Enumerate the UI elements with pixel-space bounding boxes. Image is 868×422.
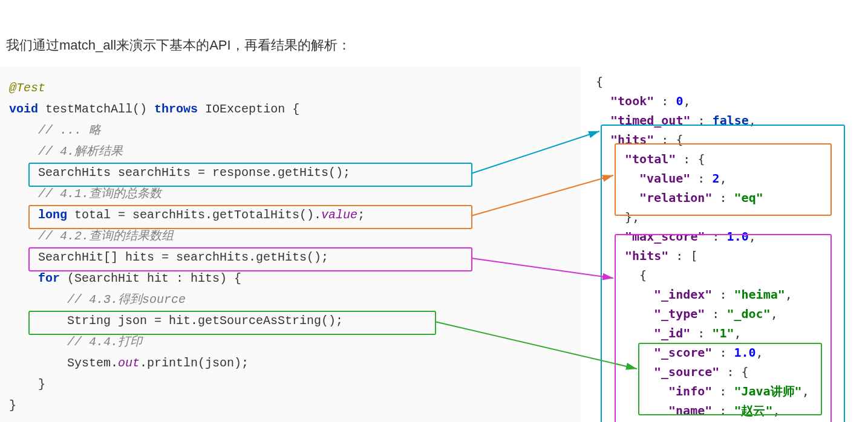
kw-long: long bbox=[38, 208, 67, 222]
json-info: "info" bbox=[668, 384, 712, 398]
json-maxscore: "max_score" bbox=[625, 229, 705, 244]
json-name: "name" bbox=[668, 403, 712, 418]
json-type: "_type" bbox=[654, 307, 705, 321]
json-total: "total" bbox=[625, 152, 676, 166]
kw-throws: throws bbox=[154, 102, 198, 116]
json-index: "_index" bbox=[654, 287, 712, 302]
fn-name: testMatchAll() bbox=[45, 102, 147, 116]
comment-skip: // ... 略 bbox=[38, 123, 101, 137]
json-source: "_source" bbox=[654, 365, 719, 379]
kw-for: for bbox=[38, 271, 60, 285]
json-info-v: "Java讲师" bbox=[734, 384, 801, 398]
field-value: value bbox=[321, 208, 357, 222]
exception-type: IOException bbox=[205, 102, 285, 116]
diagram-layout: @Test void testMatchAll() throws IOExcep… bbox=[0, 67, 868, 422]
json-value-v: 2 bbox=[712, 171, 719, 186]
line-json: String json = hit.getSourceAsString(); bbox=[67, 314, 343, 328]
field-out: out bbox=[118, 356, 140, 370]
annotation-test: @Test bbox=[9, 81, 45, 95]
json-id-v: "1" bbox=[712, 326, 734, 340]
json-name-v: "赵云" bbox=[734, 403, 772, 418]
json-value: "value" bbox=[639, 171, 690, 186]
json-hits: "hits" bbox=[610, 132, 654, 147]
json-relation: "relation" bbox=[639, 190, 712, 205]
json-id: "_id" bbox=[654, 326, 690, 340]
line-for-rest: (SearchHit hit : hits) { bbox=[60, 271, 241, 285]
java-code: @Test void testMatchAll() throws IOExcep… bbox=[0, 77, 581, 416]
comment-42: // 4.2.查询的结果数组 bbox=[38, 229, 174, 243]
java-code-block: @Test void testMatchAll() throws IOExcep… bbox=[0, 67, 581, 422]
line-print-a: System. bbox=[67, 356, 118, 370]
json-took-v: 0 bbox=[676, 94, 683, 108]
kw-void: void bbox=[9, 102, 38, 116]
intro-heading: 我们通过match_all来演示下基本的API，再看结果的解析： bbox=[0, 0, 868, 67]
json-took: "took" bbox=[610, 94, 654, 108]
line-hits-array: SearchHit[] hits = searchHits.getHits(); bbox=[38, 250, 328, 264]
comment-4: // 4.解析结果 bbox=[38, 144, 123, 158]
comment-44: // 4.4.打印 bbox=[67, 335, 142, 349]
line-gethits: SearchHits searchHits = response.getHits… bbox=[38, 166, 350, 180]
json-timedout: "timed_out" bbox=[610, 113, 690, 128]
line-print-b: .println(json); bbox=[140, 356, 249, 370]
line-total-a: total = searchHits.getTotalHits(). bbox=[67, 208, 321, 222]
json-response-block: { "took" : 0, "timed_out" : false, "hits… bbox=[581, 67, 850, 422]
json-score-v: 1.0 bbox=[734, 345, 755, 360]
json-timedout-v: false bbox=[713, 113, 749, 128]
json-type-v: "_doc" bbox=[726, 307, 770, 321]
comment-43: // 4.3.得到source bbox=[67, 293, 186, 307]
json-maxscore-v: 1.0 bbox=[727, 229, 749, 244]
json-index-v: "heima" bbox=[734, 287, 785, 302]
json-score: "_score" bbox=[654, 345, 712, 360]
comment-41: // 4.1.查询的总条数 bbox=[38, 187, 162, 201]
json-hits-inner: "hits" bbox=[625, 248, 668, 263]
json-relation-v: "eq" bbox=[734, 190, 763, 205]
